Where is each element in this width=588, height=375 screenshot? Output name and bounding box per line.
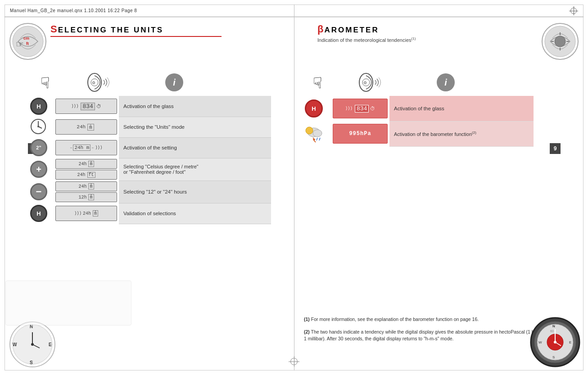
table-row: H ))) 24h m̂ Validation of selections <box>30 203 271 224</box>
svg-text:W: W <box>538 340 542 344</box>
footnote-1: (1) For more information, see the explan… <box>304 316 565 323</box>
svg-text:⚙: ⚙ <box>363 81 367 85</box>
table-row: H ))) 834 ⏱ Activation of the glass <box>304 96 534 121</box>
svg-text:S: S <box>552 355 555 359</box>
hand-col-header: ☟ <box>30 71 66 94</box>
svg-text:cm: cm <box>23 36 29 41</box>
ear-col-header-right: ⚙ <box>338 71 401 94</box>
header-text: Manuel Ham_GB_2e manuel.qnx 1.10.2001 16… <box>10 8 137 13</box>
display-3: ~ 24h m ~ ))) <box>55 140 117 155</box>
svg-point-26 <box>306 127 313 134</box>
svg-text:☟: ☟ <box>41 74 50 91</box>
unit-emblem: cm ft ☞ <box>9 23 47 61</box>
display-4a: 24hm̂ <box>55 159 117 169</box>
table-row: + 24hm̂ 24hft Selecting "Celsius degree … <box>30 158 271 181</box>
footnotes: (1) For more information, see the explan… <box>304 316 565 343</box>
weather-icon <box>305 122 326 144</box>
display-4b: 24hft <box>55 170 117 180</box>
display-1: ))) 834 ⏱ <box>55 99 117 114</box>
title-s-letter: S <box>50 23 58 35</box>
h-button-1[interactable]: H <box>30 98 47 115</box>
baro-display-1: ))) 834 ⏱ <box>333 99 388 118</box>
display-6: ))) 24h m̂ <box>55 206 117 221</box>
watch-circle-right <box>541 23 579 61</box>
baro-title-rest: AROMETER <box>324 26 379 34</box>
table-row: 24hm̂ Selecting the "Units" mode <box>30 117 271 137</box>
baro-desc-2: Activation of the barometer function(2) <box>389 121 534 146</box>
left-title: SELECTING THE UNITS <box>50 23 289 35</box>
desc-1: Activation of the glass <box>119 96 271 117</box>
page-number-right: 9 <box>550 143 561 154</box>
svg-text:⚙: ⚙ <box>92 81 95 85</box>
svg-point-12 <box>37 126 39 127</box>
desc-4: Selecting "Celsius degree / metre"or "Fa… <box>119 158 271 181</box>
title-underline <box>50 36 222 37</box>
info-col-header: i <box>129 73 219 91</box>
table-row: 2" ~ 24h m ~ ))) Activation of the setti… <box>30 137 271 158</box>
svg-point-25 <box>313 130 322 137</box>
info-col-header-right: i <box>401 73 491 91</box>
table-row: 995hPa Activation of the barometer funct… <box>304 121 534 146</box>
baro-desc-1: Activation of the glass <box>389 96 534 121</box>
header-crosshair <box>569 6 578 15</box>
desc-5: Selecting "12" or "24" hours <box>119 181 271 203</box>
title-rest: ELECTING THE UNITS <box>58 26 163 34</box>
footnote-2: (2) The two hands indicate a tendency wh… <box>304 329 565 343</box>
h-button-2[interactable]: H <box>30 205 47 222</box>
col-headers-left: ☟ ⚙ i <box>30 71 219 94</box>
display-5b: 12hm̂ <box>55 192 117 202</box>
baro-steps-table: H ))) 834 ⏱ Activation of the glass <box>304 96 534 147</box>
steps-table-left: H ))) 834 ⏱ Activation of the glass <box>30 96 271 224</box>
svg-text:☞: ☞ <box>16 39 24 49</box>
display-5a: 24hm̂ <box>55 181 117 191</box>
minus-button[interactable]: − <box>30 183 47 200</box>
baro-h-button-1[interactable]: H <box>305 99 323 117</box>
table-row: H ))) 834 ⏱ Activation of the glass <box>30 96 271 117</box>
svg-text:E: E <box>569 340 571 344</box>
svg-point-37 <box>31 343 34 346</box>
ear-col-header: ⚙ <box>66 71 129 94</box>
desc-2: Selecting the "Units" mode <box>119 117 271 137</box>
svg-text:60: 60 <box>550 330 554 333</box>
big-watch-illustration: N E S W 60 <box>529 316 581 368</box>
col-headers-right: ☟ ⚙ i <box>304 71 491 94</box>
baro-beta-letter: β <box>317 23 324 35</box>
svg-text:N: N <box>552 324 555 328</box>
clock-icon <box>30 118 46 135</box>
svg-line-28 <box>319 138 320 140</box>
hand-col-header-right: ☟ <box>304 71 338 94</box>
left-bottom-decoration <box>5 280 131 325</box>
desc-6: Validation of selections <box>119 203 271 224</box>
plus-button[interactable]: + <box>30 161 47 178</box>
bottom-crosshair <box>289 356 299 367</box>
center-divider <box>294 5 294 370</box>
desc-3: Activation of the setting <box>119 137 271 158</box>
baro-display-2: 995hPa <box>333 124 388 144</box>
svg-text:ft: ft <box>26 41 29 46</box>
plus2-button[interactable]: 2" <box>30 139 47 156</box>
svg-text:☟: ☟ <box>313 74 322 91</box>
compass-illustration: N S E W <box>9 321 56 368</box>
display-2: 24hm̂ <box>55 119 117 135</box>
svg-point-48 <box>554 341 556 343</box>
table-row: − 24hm̂ 12hm̂ Selecting "12" or "24" hou… <box>30 181 271 203</box>
svg-line-27 <box>317 138 317 140</box>
svg-point-15 <box>555 36 565 47</box>
